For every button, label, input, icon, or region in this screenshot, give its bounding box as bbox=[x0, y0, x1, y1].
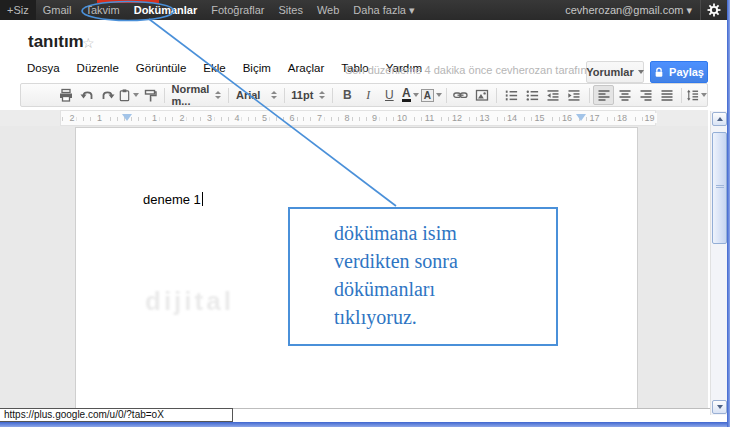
font-value: Arial bbox=[236, 89, 260, 101]
text-color-button[interactable]: A bbox=[400, 85, 421, 105]
annotation-line: tıklıyoruz. bbox=[334, 303, 556, 331]
chevron-down-icon bbox=[638, 70, 644, 74]
ruler-number: 16 bbox=[560, 113, 574, 123]
document-text: deneme 1 bbox=[143, 192, 203, 207]
increase-indent-button[interactable] bbox=[564, 85, 585, 105]
topbar-item-sites[interactable]: Sites bbox=[271, 0, 309, 20]
decrease-indent-button[interactable] bbox=[543, 85, 564, 105]
line-spacing-button[interactable] bbox=[686, 85, 707, 105]
topbar-item-daha-fazla-[interactable]: Daha fazla ▾ bbox=[346, 0, 421, 20]
topbar-item--siz[interactable]: +Siz bbox=[0, 0, 36, 20]
topbar-item-dok-manlar[interactable]: Dokümanlar bbox=[127, 0, 205, 20]
spinner-icon bbox=[319, 91, 325, 99]
ruler-number: 18 bbox=[615, 113, 629, 123]
doc-title[interactable]: tanıtım bbox=[28, 32, 84, 52]
redo-icon bbox=[101, 88, 115, 102]
ruler-number: 11 bbox=[423, 113, 436, 123]
styles-value: Normal m... bbox=[172, 83, 210, 107]
topbar-right: cevherozan@gmail.com ▾ bbox=[565, 0, 730, 20]
toolbar-separator bbox=[589, 88, 590, 103]
lock-icon bbox=[654, 67, 664, 78]
google-topbar: +SizGmailTakvimDokümanlarFotoğraflarSite… bbox=[0, 0, 730, 20]
justify-button[interactable] bbox=[656, 85, 677, 105]
bold-button[interactable]: B bbox=[337, 85, 358, 105]
annotation-line: dökümanları bbox=[334, 275, 556, 303]
toolbar-separator bbox=[446, 88, 447, 103]
doc-header: tanıtım ☆ DosyaDüzenleGörüntüleEkleBiçim… bbox=[0, 20, 730, 82]
share-button[interactable]: Paylaş bbox=[650, 61, 708, 83]
font-size-dropdown[interactable]: 11pt bbox=[288, 89, 328, 101]
topbar-nav: +SizGmailTakvimDokümanlarFotoğraflarSite… bbox=[0, 0, 422, 20]
menu-ara-lar[interactable]: Araçlar bbox=[288, 62, 324, 74]
comments-label: Yorumlar bbox=[586, 66, 633, 78]
print-button[interactable] bbox=[55, 85, 76, 105]
highlight-icon: A bbox=[421, 89, 434, 102]
annotation-line: verdikten sonra bbox=[334, 247, 556, 275]
menu-d-zenle[interactable]: Düzenle bbox=[77, 62, 119, 74]
bullet-list-button[interactable] bbox=[522, 85, 543, 105]
annotation-callout-box: dökümana isimverdikten sonradökümanlarıt… bbox=[288, 207, 558, 346]
menu-dosya[interactable]: Dosya bbox=[27, 62, 60, 74]
insert-link-button[interactable] bbox=[450, 85, 471, 105]
numbered-list-button[interactable] bbox=[501, 85, 522, 105]
ruler-number: 3 bbox=[205, 113, 214, 123]
right-indent-marker[interactable] bbox=[576, 114, 586, 121]
insert-image-button[interactable] bbox=[471, 85, 492, 105]
highlight-color-button[interactable]: A bbox=[421, 85, 442, 105]
toolbar-separator bbox=[284, 88, 285, 103]
ruler-number: 5 bbox=[260, 113, 269, 123]
justify-icon bbox=[660, 88, 674, 102]
topbar-item-foto-raflar[interactable]: Fotoğraflar bbox=[204, 0, 271, 20]
underline-button[interactable]: U bbox=[379, 85, 400, 105]
ruler-number: 13 bbox=[477, 113, 491, 123]
scrollbar-thumb[interactable] bbox=[712, 132, 727, 244]
topbar-item-web[interactable]: Web bbox=[310, 0, 346, 20]
vertical-scrollbar[interactable] bbox=[710, 111, 727, 415]
styles-dropdown[interactable]: Normal m... bbox=[169, 83, 225, 107]
ruler-number: 2 bbox=[67, 113, 76, 123]
redo-button[interactable] bbox=[97, 85, 118, 105]
align-right-button[interactable] bbox=[635, 85, 656, 105]
italic-button[interactable]: I bbox=[358, 85, 379, 105]
menu-g-r-nt-le[interactable]: Görüntüle bbox=[136, 62, 187, 74]
scroll-down-button[interactable] bbox=[712, 400, 727, 414]
topbar-item-takvim[interactable]: Takvim bbox=[78, 0, 126, 20]
chevron-down-icon bbox=[436, 93, 442, 97]
menu-ekle[interactable]: Ekle bbox=[203, 62, 225, 74]
document-text-content: deneme 1 bbox=[143, 192, 201, 207]
align-left-icon bbox=[597, 88, 611, 102]
ruler-number: 15 bbox=[532, 113, 546, 123]
align-right-icon bbox=[639, 88, 653, 102]
web-clipboard-button[interactable] bbox=[118, 85, 139, 105]
clipboard-icon bbox=[118, 88, 131, 102]
toolbar-separator bbox=[164, 88, 165, 103]
align-left-button[interactable] bbox=[593, 85, 614, 105]
ruler-number: 9 bbox=[370, 113, 379, 123]
annotation-text: dökümana isimverdikten sonradökümanlarıt… bbox=[334, 219, 556, 331]
scroll-up-button[interactable] bbox=[712, 112, 727, 126]
arrow-down-icon bbox=[717, 405, 723, 409]
numbered-list-icon bbox=[504, 88, 518, 102]
annotation-red-mark bbox=[97, 0, 159, 3]
ruler-number: 4 bbox=[232, 113, 241, 123]
undo-button[interactable] bbox=[76, 85, 97, 105]
align-center-button[interactable] bbox=[614, 85, 635, 105]
left-indent-marker[interactable] bbox=[122, 114, 132, 121]
line-spacing-icon bbox=[686, 88, 699, 102]
ruler-number: 1 bbox=[95, 113, 104, 123]
account-email[interactable]: cevherozan@gmail.com ▾ bbox=[565, 4, 700, 17]
ruler-number: 14 bbox=[505, 113, 519, 123]
ruler: 2112345678910111213141516171819 bbox=[0, 110, 708, 126]
settings-button[interactable] bbox=[700, 0, 726, 20]
toolbar-separator bbox=[228, 88, 229, 103]
align-center-icon bbox=[618, 88, 632, 102]
indent-icon bbox=[567, 88, 581, 102]
star-icon[interactable]: ☆ bbox=[82, 35, 95, 51]
paint-format-button[interactable] bbox=[139, 85, 160, 105]
menu-bi-im[interactable]: Biçim bbox=[243, 62, 271, 74]
topbar-item-gmail[interactable]: Gmail bbox=[36, 0, 79, 20]
comments-button[interactable]: Yorumlar bbox=[586, 61, 644, 83]
font-dropdown[interactable]: Arial bbox=[233, 89, 280, 101]
ruler-number: 6 bbox=[287, 113, 296, 123]
toolbar-separator bbox=[681, 88, 682, 103]
